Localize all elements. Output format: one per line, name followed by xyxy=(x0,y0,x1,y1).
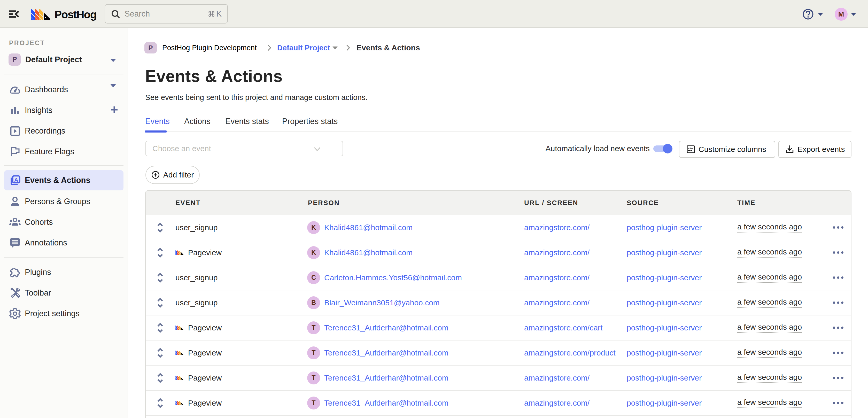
svg-text:A: A xyxy=(14,177,18,183)
